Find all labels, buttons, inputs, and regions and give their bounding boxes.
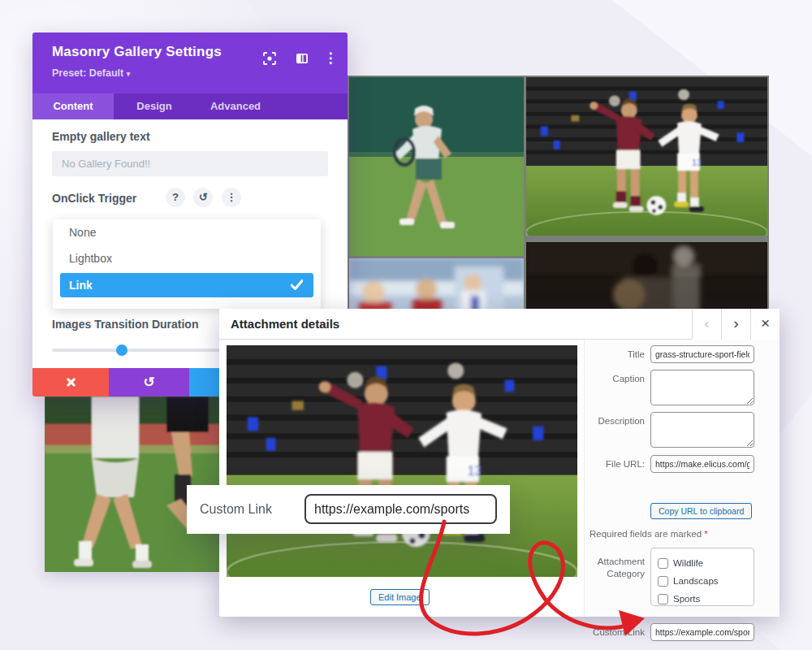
gallery-photo-player-legs[interactable] [45, 396, 219, 572]
reset-icon[interactable]: ↺ [193, 188, 213, 207]
category-landscaps[interactable]: Landscaps [658, 572, 754, 590]
tooltip-custom-link-input[interactable] [304, 494, 497, 524]
help-icon[interactable]: ? [166, 188, 185, 207]
required-note-text: Required fields are marked [590, 529, 702, 539]
close-modal-icon[interactable]: × [750, 309, 780, 340]
caret-down-icon: ▾ [127, 70, 131, 78]
title-field-label: Title [590, 349, 645, 359]
prev-attachment-icon[interactable]: ‹ [692, 309, 721, 340]
tab-advanced[interactable]: Advanced [195, 93, 276, 119]
soccer-duel-preview-illustration [227, 345, 577, 577]
description-field-label: Description [590, 416, 645, 426]
dropdown-option-link-label: Link [69, 279, 93, 292]
split-view-icon[interactable] [294, 50, 310, 67]
tab-design[interactable]: Design [114, 93, 195, 119]
custom-link-field-label: Custom Link [590, 627, 645, 637]
edit-image-button[interactable]: Edit Image [370, 589, 430, 605]
file-url-field[interactable] [650, 455, 754, 473]
dropdown-option-link[interactable]: Link [60, 273, 313, 297]
slider-knob[interactable] [116, 344, 127, 356]
player-legs-illustration [45, 396, 219, 572]
attachment-category-label: Attachment Category [590, 556, 645, 580]
dropdown-option-lightbox[interactable]: Lightbox [53, 245, 321, 271]
description-field[interactable] [650, 412, 754, 448]
required-fields-note: Required fields are marked * [590, 529, 708, 539]
checkbox-wildlife-label: Wildlife [673, 558, 703, 568]
preset-label: Preset: Default [52, 67, 123, 79]
onclick-trigger-actions: ? ↺ ⋮ [161, 188, 241, 207]
soccer-duel-illustration [526, 77, 767, 236]
tennis-player-illustration [349, 77, 524, 256]
more-options-icon[interactable]: ⋮ [322, 50, 339, 67]
tab-content[interactable]: Content [32, 93, 114, 119]
category-wildlife[interactable]: Wildlife [658, 554, 754, 572]
empty-gallery-text-label: Empty gallery text [52, 130, 150, 143]
settings-modal-header: Masonry Gallery Settings Preset: Default… [32, 32, 348, 93]
checkbox-sports-label: Sports [673, 594, 700, 604]
settings-tab-bar: Content Design Advanced [32, 93, 348, 119]
gallery-photo-soccer-duel[interactable] [526, 77, 767, 236]
custom-link-tooltip: Custom Link [187, 485, 510, 534]
title-field[interactable] [650, 345, 754, 363]
copy-url-button[interactable]: Copy URL to clipboard [650, 503, 752, 519]
attachment-category-box: Wildlife Landscaps Sports [650, 548, 754, 606]
discard-button[interactable] [32, 368, 109, 396]
undo-button[interactable]: ↺ [109, 368, 189, 396]
focus-preview-icon[interactable] [261, 50, 278, 67]
next-attachment-icon[interactable]: › [721, 309, 750, 340]
checkbox-landscaps[interactable] [658, 576, 668, 587]
check-icon [291, 280, 303, 290]
checkbox-landscaps-label: Landscaps [673, 576, 719, 586]
caption-field-label: Caption [590, 374, 645, 384]
empty-gallery-text-input[interactable] [52, 151, 328, 176]
settings-modal-title: Masonry Gallery Settings [52, 44, 222, 60]
preset-selector[interactable]: Preset: Default ▾ [52, 67, 130, 79]
checkbox-sports[interactable] [658, 594, 668, 604]
caption-field[interactable] [650, 370, 754, 405]
attachment-modal-title: Attachment details [231, 317, 339, 331]
attachment-preview-image [227, 345, 577, 577]
custom-link-field[interactable] [650, 623, 754, 641]
attachment-sidebar: Title Caption Description File URL: Copy… [584, 340, 780, 617]
transition-duration-label: Images Transition Duration [52, 318, 198, 331]
attachment-details-modal: Attachment details ‹ › × Edit Image Titl… [219, 309, 780, 617]
required-star: * [704, 529, 707, 539]
dropdown-option-none[interactable]: None [53, 219, 321, 245]
checkbox-wildlife[interactable] [658, 558, 668, 569]
gallery-photo-tennis[interactable] [349, 77, 524, 256]
category-sports[interactable]: Sports [658, 590, 754, 608]
attachment-nav: ‹ › × [692, 309, 780, 340]
field-options-icon[interactable]: ⋮ [222, 188, 241, 207]
tooltip-custom-link-label: Custom Link [200, 502, 272, 517]
file-url-field-label: File URL: [590, 459, 645, 469]
attachment-modal-header: Attachment details ‹ › × [219, 309, 780, 340]
close-icon [66, 377, 76, 388]
onclick-trigger-label: OnClick Trigger [52, 192, 136, 205]
undo-icon: ↺ [143, 374, 154, 391]
onclick-trigger-dropdown: None Lightbox Link [53, 219, 321, 309]
